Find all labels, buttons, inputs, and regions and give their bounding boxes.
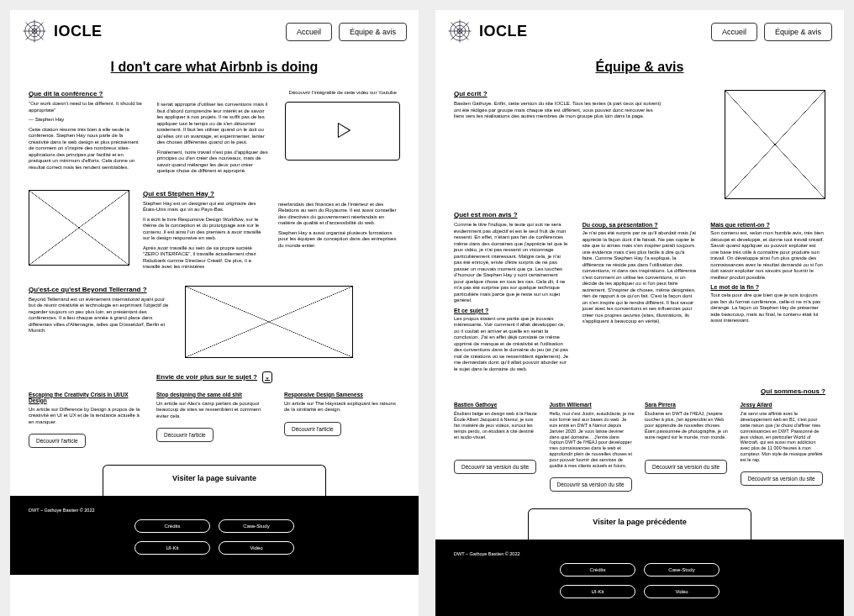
image-placeholder	[185, 286, 353, 358]
member-desc: Étudiant belge en design web à la Haute …	[454, 411, 540, 451]
page-team: IOCLE Accueil Équipe & avis Équipe & avi…	[435, 10, 844, 616]
image-placeholder	[29, 190, 129, 266]
brand: IOCLE	[22, 18, 103, 45]
article-desc: Un article sur Difference by Design à pr…	[29, 407, 145, 426]
team-card: Sara Pirrera Étudiante en DWT de l'HEAJ,…	[645, 402, 730, 492]
section-heading: Qui écrit ?	[454, 90, 664, 97]
spiderweb-icon	[22, 18, 47, 45]
prev-page-button[interactable]: Visiter la page précédente	[528, 508, 751, 540]
member-name: Sara Pirrera	[645, 402, 730, 408]
paragraph: Finalement, notre travail n'est pas d'ap…	[157, 150, 272, 175]
page-article: IOCLE Accueil Équipe & avis I don't care…	[10, 10, 419, 616]
paragraph: Après avoir travaillé au sein de sa prop…	[143, 245, 265, 271]
paragraph: Stephen Hay a aussi organisé plusieurs f…	[278, 230, 400, 250]
article-title: Escaping the Creativity Crisis in UI/UX …	[29, 392, 145, 403]
article-card: Escaping the Creativity Crisis in UI/UX …	[29, 392, 145, 449]
team-members: Bastien Gathoye Étudiant belge en design…	[454, 402, 825, 492]
footer-link-credits[interactable]: Crédits	[560, 563, 635, 577]
nav-home[interactable]: Accueil	[711, 23, 757, 41]
footer-link-video[interactable]: Vidéo	[219, 541, 294, 555]
image-placeholder	[725, 90, 825, 199]
paragraph: Il serait approprié d'utiliser les conve…	[157, 102, 272, 146]
page-title: I don't care what Airbnb is doing	[10, 60, 419, 75]
article-desc: Un article sur The Haystack expliquant l…	[284, 401, 400, 413]
member-name: Justin Willemart	[550, 402, 635, 408]
footer-link-case[interactable]: Case-Study	[219, 519, 294, 533]
member-desc: Étudiante en DWT de l'HEAJ, j'espère tou…	[645, 411, 730, 451]
member-desc: J'ai servi une affinité avec le développ…	[741, 411, 826, 463]
article-title: Stop designing the same old shit	[156, 392, 272, 398]
section-heading: Qu'est-ce qu'est Beyond Tellerrand ?	[29, 286, 171, 293]
subsection-heading: Et ce sujet ?	[454, 308, 569, 313]
article-card: Stop designing the same old shit Un arti…	[156, 392, 272, 449]
paragraph: néerlandais des finances et de l'intérie…	[278, 202, 400, 227]
quote: "Our work doesn't need to be different. …	[29, 101, 144, 113]
team-card: Justin Willemart Hello, moi c'est Justin…	[550, 402, 635, 492]
related-articles: Escaping the Creativity Crisis in UI/UX …	[29, 392, 400, 449]
paragraph: Tout cela pour dire que bien que je sois…	[710, 292, 825, 324]
subsection-heading: Du coup, sa présentation ?	[583, 222, 698, 228]
article-card: Responsive Design Sameness Un article su…	[284, 392, 400, 449]
svg-marker-7	[338, 124, 350, 138]
header: IOCLE Accueil Équipe & avis	[10, 10, 419, 53]
member-name: Bastien Gathoye	[454, 402, 540, 408]
more-heading: Envie de voir plus sur le sujet ? ⌄	[29, 371, 400, 383]
nav-home[interactable]: Accueil	[286, 23, 332, 41]
nav: Accueil Équipe & avis	[711, 23, 832, 41]
scroll-down-icon: ⌄	[262, 371, 272, 383]
footer-link-uikit[interactable]: UI-Kit	[134, 541, 210, 555]
paragraph: Stephen Hay est un designer qui est orig…	[143, 201, 265, 213]
page-title: Équipe & avis	[435, 60, 844, 75]
quote-author: — Stephen Hay	[29, 117, 144, 124]
section-heading: Qui est Stephen Hay ?	[143, 190, 265, 197]
nav: Accueil Équipe & avis	[286, 23, 407, 41]
paragraph: Je n'ai pas été surpris par ce qu'il abo…	[583, 230, 698, 325]
video-thumbnail[interactable]	[285, 102, 400, 161]
subsection-heading: Mais que retient-on ?	[710, 222, 825, 228]
footer-link-video[interactable]: Vidéo	[644, 585, 720, 598]
discover-version-button[interactable]: Découvrir sa version du site	[741, 471, 823, 486]
discover-version-button[interactable]: Découvrir sa version du site	[454, 460, 536, 474]
copyright: DWT – Gathoye Bastien © 2022	[29, 508, 400, 513]
paragraph: Beyond Tellerrand est un évènement inter…	[29, 297, 171, 334]
spiderweb-icon	[447, 18, 472, 45]
nav-team[interactable]: Équipe & avis	[764, 23, 832, 41]
paragraph: Bastien Gathoye. Enfin, cette version du…	[454, 101, 664, 120]
member-desc: Hello, moi c'est Justin, autodidacte, je…	[550, 411, 635, 469]
next-page-button[interactable]: Visiter la page suivante	[103, 465, 325, 496]
member-name: Jessy Allard	[741, 402, 826, 408]
discover-version-button[interactable]: Découvrir sa version du site	[645, 460, 727, 474]
paragraph: Son contenu est, selon mon humble avis, …	[710, 230, 825, 281]
discover-article-button[interactable]: Découvrir l'article	[29, 434, 86, 448]
brand: IOCLE	[447, 18, 528, 45]
video-caption: Découvrir l'intégralité de cette vidéo s…	[285, 90, 400, 97]
copyright: DWT – Gathoye Bastien © 2022	[454, 551, 825, 556]
nav-team[interactable]: Équipe & avis	[339, 23, 407, 41]
brand-name: IOCLE	[479, 23, 528, 40]
footer-link-credits[interactable]: Crédits	[134, 519, 210, 533]
article-desc: Un article sur Alex's camp parlant de po…	[156, 401, 272, 420]
play-icon	[331, 118, 355, 143]
footer-link-uikit[interactable]: UI-Kit	[560, 585, 635, 598]
brand-name: IOCLE	[54, 23, 103, 40]
paragraph: Comme le titre l'indique, le texte qui s…	[454, 222, 569, 304]
team-card: Bastien Gathoye Étudiant belge en design…	[454, 402, 540, 492]
header: IOCLE Accueil Équipe & avis	[435, 10, 844, 53]
subsection-heading: Le mot de la fin ?	[710, 284, 825, 290]
section-heading: Que dit la conférence ?	[29, 90, 144, 97]
footer: DWT – Gathoye Bastien © 2022 Crédits Cas…	[10, 496, 419, 575]
team-card: Jessy Allard J'ai servi une affinité ave…	[741, 402, 826, 492]
section-heading: Qui sommes-nous ?	[454, 387, 825, 395]
section-heading: Quel est mon avis ?	[454, 211, 825, 218]
discover-version-button[interactable]: Découvrir sa version du site	[550, 477, 632, 492]
paragraph: Les propos étaient une partie que je tro…	[454, 316, 569, 373]
discover-article-button[interactable]: Découvrir l'article	[156, 428, 214, 442]
footer-link-case[interactable]: Case-Study	[644, 563, 720, 577]
discover-article-button[interactable]: Découvrir l'article	[284, 422, 341, 436]
paragraph: Cette citation résume très bien à elle s…	[29, 127, 144, 171]
article-title: Responsive Design Sameness	[284, 392, 400, 398]
paragraph: Il a écrit le livre Responsive Design Wo…	[143, 217, 265, 242]
footer: DWT – Gathoye Bastien © 2022 Crédits Cas…	[435, 540, 844, 616]
